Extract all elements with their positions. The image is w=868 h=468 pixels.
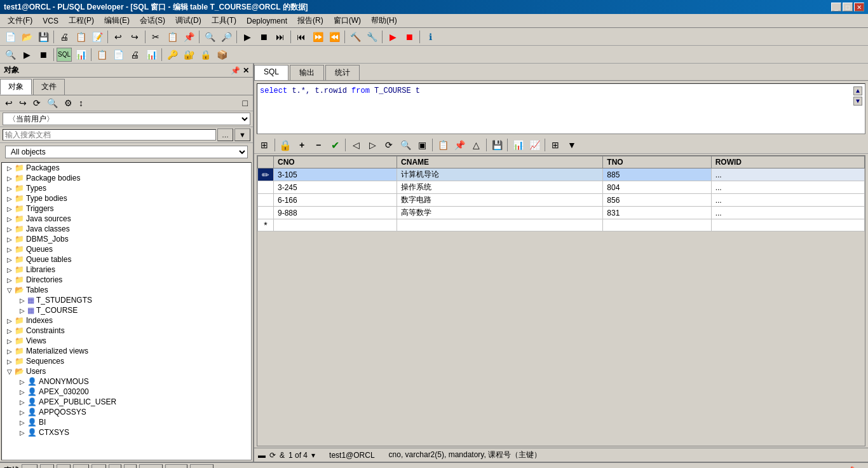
tb-btn6[interactable]: ▶ (240, 30, 255, 44)
expand-java-classes-icon[interactable]: ▷ (4, 226, 15, 233)
expand-tables-icon[interactable]: ▽ (4, 287, 15, 294)
cell-cno-1[interactable]: 3-105 (274, 169, 397, 181)
tree-item-directories[interactable]: ▷ 📁 Directories (2, 275, 251, 285)
all-objects-dropdown[interactable]: All objects (5, 146, 248, 158)
tb2-btn9[interactable]: 📊 (144, 48, 159, 62)
col-tno[interactable]: TNO (603, 156, 711, 169)
expand-dbms-jobs-icon[interactable]: ▷ (4, 236, 15, 243)
tree-item-java-classes[interactable]: ▷ 📁 Java classes (2, 224, 251, 234)
paste-btn[interactable]: 📌 (181, 30, 196, 44)
tb2-btn12[interactable]: 🔒 (198, 48, 213, 62)
expand-queues-icon[interactable]: ▷ (4, 246, 15, 253)
tree-item-bi[interactable]: ▷ 👤 BI (2, 417, 251, 427)
tb-btn8[interactable]: ⏭ (273, 30, 288, 44)
grid-filter-btn[interactable]: ▣ (414, 138, 430, 152)
copy-btn[interactable]: 📋 (165, 30, 180, 44)
menu-tools[interactable]: 工具(T) (207, 14, 241, 27)
expand-mat-views-icon[interactable]: ▷ (4, 348, 15, 355)
tab-output[interactable]: 输出 (290, 65, 324, 80)
current-user-dropdown[interactable]: 〈当前用户〉 (3, 113, 250, 125)
cell-tno-2[interactable]: 804 (603, 181, 711, 194)
menu-edit[interactable]: 编辑(E) (99, 14, 135, 27)
pin-btn[interactable]: 📌 (231, 66, 240, 75)
menu-vcs[interactable]: VCS (37, 15, 64, 27)
table-row-new[interactable]: * (258, 219, 865, 231)
run-btn[interactable]: ▶ (385, 30, 400, 44)
grid-up-btn[interactable]: △ (468, 138, 484, 152)
minimize-btn[interactable]: _ (831, 3, 841, 11)
grid-lock-btn[interactable]: 🔒 (278, 138, 293, 152)
expand-ctxsys-icon[interactable]: ▷ (17, 429, 27, 436)
tb2-btn6[interactable]: 📋 (94, 48, 109, 62)
table-row[interactable]: ✏ 3-105 计算机导论 885 ... (258, 169, 865, 181)
expand-indexes-icon[interactable]: ▷ (4, 317, 15, 324)
tb2-btn7[interactable]: 📄 (111, 48, 126, 62)
panel-close-icon[interactable]: ✕ (243, 66, 249, 75)
tree-item-appqossys[interactable]: ▷ 👤 APPQOSSYS (2, 407, 251, 417)
sort-btn[interactable]: ↕ (76, 97, 86, 109)
cell-cno-3[interactable]: 6-166 (274, 194, 397, 207)
table-row[interactable]: 6-166 数字电路 856 ... (258, 194, 865, 207)
info-btn[interactable]: ℹ (423, 30, 438, 44)
search-filter-btn[interactable]: ▼ (234, 128, 250, 141)
tree-item-libraries[interactable]: ▷ 📁 Libraries (2, 265, 251, 275)
expand-constraints-icon[interactable]: ▷ (4, 327, 15, 334)
grid-del-btn[interactable]: − (311, 138, 326, 152)
search-input[interactable] (3, 129, 216, 141)
tb-btn10[interactable]: ⏩ (310, 30, 325, 44)
expand-queue-tables-icon[interactable]: ▷ (4, 256, 15, 263)
tab-sql[interactable]: SQL (254, 65, 288, 80)
expand-apex-030200-icon[interactable]: ▷ (17, 389, 27, 396)
open-btn[interactable]: 📂 (19, 30, 34, 44)
close-btn[interactable]: ✕ (854, 3, 864, 11)
expand-type-bodies-icon[interactable]: ▷ (4, 195, 15, 202)
object-tree[interactable]: ▷ 📁 Packages ▷ 📁 Package bodies ▷ 📁 Type… (1, 162, 252, 460)
cell-cname-1[interactable]: 计算机导论 (397, 169, 603, 181)
tb2-btn3[interactable]: ⏹ (36, 48, 51, 62)
expand-anonymous-icon[interactable]: ▷ (17, 378, 27, 385)
cell-rowid-2[interactable]: ... (711, 181, 864, 194)
expand-java-sources-icon[interactable]: ▷ (4, 216, 15, 223)
cell-tno-3[interactable]: 856 (603, 194, 711, 207)
expand-packages-icon[interactable]: ▷ (4, 165, 15, 172)
refresh-btn[interactable]: ⟳ (31, 97, 43, 109)
grid-add-btn[interactable]: + (294, 138, 309, 152)
col-rowid[interactable]: ROWID (711, 156, 864, 169)
compile-btn[interactable]: 🔨 (348, 30, 363, 44)
new-btn[interactable]: 📄 (3, 30, 18, 44)
expand-libraries-icon[interactable]: ▷ (4, 266, 15, 273)
grid-chart2-btn[interactable]: 📈 (527, 138, 542, 152)
search-control-btn2[interactable]: △ (40, 464, 54, 468)
search-ab-equiv-btn[interactable]: AB≡ (165, 464, 187, 468)
menu-project[interactable]: 工程(P) (64, 14, 99, 27)
tree-item-views[interactable]: ▷ 📁 Views (2, 336, 251, 346)
tree-item-users[interactable]: ▽ 📂 Users (2, 366, 251, 376)
expand-types-icon[interactable]: ▷ (4, 185, 15, 192)
window-controls[interactable]: _ □ ✕ (831, 3, 864, 11)
tree-item-types[interactable]: ▷ 📁 Types (2, 183, 251, 193)
grid-find-btn[interactable]: 🔍 (398, 138, 413, 152)
tree-item-indexes[interactable]: ▷ 📁 Indexes (2, 315, 251, 326)
grid-export-btn[interactable]: ⊞ (548, 138, 563, 152)
tree-item-queue-tables[interactable]: ▷ 📁 Queue tables (2, 254, 251, 265)
grid-save-btn[interactable]: 💾 (489, 138, 505, 152)
tb2-btn11[interactable]: 🔐 (181, 48, 196, 62)
scroll-down-arrow[interactable]: ▼ (853, 97, 862, 106)
search-icon[interactable]: 🔍 (44, 97, 60, 109)
grid-layout-btn[interactable]: ⊞ (257, 138, 272, 152)
search-control-btn1[interactable]: ▼ (22, 464, 37, 468)
tb2-btn10[interactable]: 🔑 (165, 48, 180, 62)
cell-tno-4[interactable]: 831 (603, 207, 711, 219)
tree-item-materialized-views[interactable]: ▷ 📁 Materialized views (2, 346, 251, 356)
restore-btn[interactable]: □ (843, 3, 853, 11)
menu-help[interactable]: 帮助(H) (366, 14, 402, 27)
expand-views-icon[interactable]: ▷ (4, 338, 15, 345)
cell-rowid-1[interactable]: ... (711, 169, 864, 181)
menu-deployment[interactable]: Deployment (241, 15, 292, 27)
menu-debug[interactable]: 调试(D) (170, 14, 207, 27)
filter-btn[interactable]: ⚙ (62, 97, 75, 109)
tree-item-queues[interactable]: ▷ 📁 Queues (2, 244, 251, 254)
menu-reports[interactable]: 报告(R) (292, 14, 329, 27)
tree-item-anonymous[interactable]: ▷ 👤 ANONYMOUS (2, 376, 251, 387)
tb2-btn5[interactable]: 📊 (73, 48, 88, 62)
